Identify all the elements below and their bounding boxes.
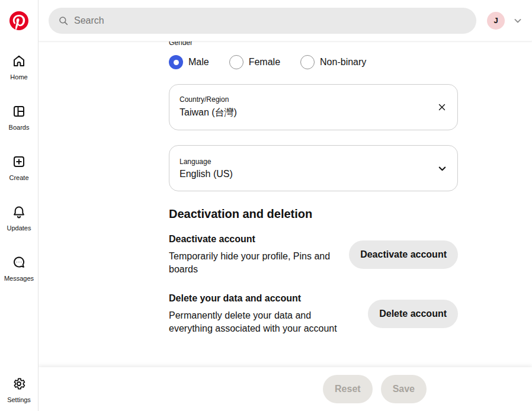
top-bar: J	[39, 0, 532, 41]
radio-non-binary[interactable]: Non-binary	[300, 55, 366, 69]
sidebar-item-settings[interactable]: Settings	[7, 377, 31, 403]
sidebar-item-label: Boards	[9, 124, 30, 131]
sidebar-item-label: Settings	[7, 396, 31, 403]
radio-label: Female	[249, 57, 280, 68]
sidebar: Home Boards Create Updates Messages	[0, 0, 39, 411]
gender-radio-group: Male Female Non-binary	[169, 55, 458, 69]
country-region-value: Taiwan (台灣)	[180, 107, 427, 119]
pinterest-settings-page: Home Boards Create Updates Messages	[0, 0, 532, 411]
sidebar-item-label: Home	[10, 73, 27, 81]
updates-icon	[12, 205, 26, 219]
sidebar-item-boards[interactable]: Boards	[9, 104, 30, 131]
settings-scroll-area: Gender Male Female Non-binary Country/Re…	[39, 41, 532, 367]
sidebar-item-updates[interactable]: Updates	[7, 205, 31, 232]
search-input[interactable]	[74, 15, 467, 26]
chevron-down-icon[interactable]	[435, 161, 449, 175]
radio-unselected-icon	[229, 55, 243, 69]
reset-button[interactable]: Reset	[323, 375, 373, 403]
create-icon	[12, 155, 26, 169]
language-value: English (US)	[180, 169, 427, 179]
gender-label: Gender	[169, 41, 458, 47]
pinterest-logo-icon[interactable]	[9, 11, 28, 30]
save-button[interactable]: Save	[381, 375, 427, 403]
radio-male[interactable]: Male	[169, 55, 209, 69]
search-icon	[58, 15, 69, 26]
language-field[interactable]: Language English (US)	[169, 145, 458, 191]
delete-account-button[interactable]: Delete account	[368, 300, 458, 328]
sidebar-item-label: Create	[9, 174, 28, 181]
deactivate-account-description: Temporarily hide your profile, Pins and …	[169, 250, 347, 276]
radio-female[interactable]: Female	[229, 55, 280, 69]
messages-icon	[12, 255, 26, 269]
home-icon	[12, 54, 26, 68]
settings-icon	[12, 377, 26, 391]
delete-account-row: Delete your data and account Permanently…	[169, 293, 458, 335]
country-region-field[interactable]: Country/Region Taiwan (台灣)	[169, 84, 458, 130]
radio-label: Non-binary	[320, 57, 366, 68]
delete-account-text: Delete your data and account Permanently…	[169, 293, 368, 335]
deactivate-account-row: Deactivate account Temporarily hide your…	[169, 233, 458, 276]
deactivate-account-title: Deactivate account	[169, 233, 349, 245]
settings-footer-bar: Reset Save	[39, 367, 532, 411]
radio-label: Male	[188, 57, 209, 68]
search-bar[interactable]	[49, 8, 476, 34]
radio-selected-icon	[169, 55, 183, 69]
boards-icon	[12, 104, 26, 118]
clear-icon[interactable]	[435, 100, 449, 114]
radio-unselected-icon	[300, 55, 315, 69]
chevron-down-icon[interactable]	[512, 15, 524, 27]
deactivation-section-heading: Deactivation and deletion	[169, 207, 458, 221]
country-region-label: Country/Region	[180, 95, 427, 104]
language-label: Language	[180, 158, 427, 166]
sidebar-item-label: Updates	[7, 224, 31, 232]
sidebar-item-home[interactable]: Home	[10, 54, 27, 81]
delete-account-description: Permanently delete your data and everyth…	[169, 309, 347, 335]
sidebar-item-label: Messages	[4, 275, 34, 282]
deactivate-account-text: Deactivate account Temporarily hide your…	[169, 233, 349, 276]
sidebar-item-create[interactable]: Create	[9, 155, 28, 181]
deactivate-account-button[interactable]: Deactivate account	[349, 240, 458, 269]
delete-account-title: Delete your data and account	[169, 293, 368, 304]
account-area: J	[487, 12, 524, 30]
avatar[interactable]: J	[487, 12, 505, 30]
settings-content: Gender Male Female Non-binary Country/Re…	[169, 41, 458, 335]
sidebar-item-messages[interactable]: Messages	[4, 255, 34, 282]
